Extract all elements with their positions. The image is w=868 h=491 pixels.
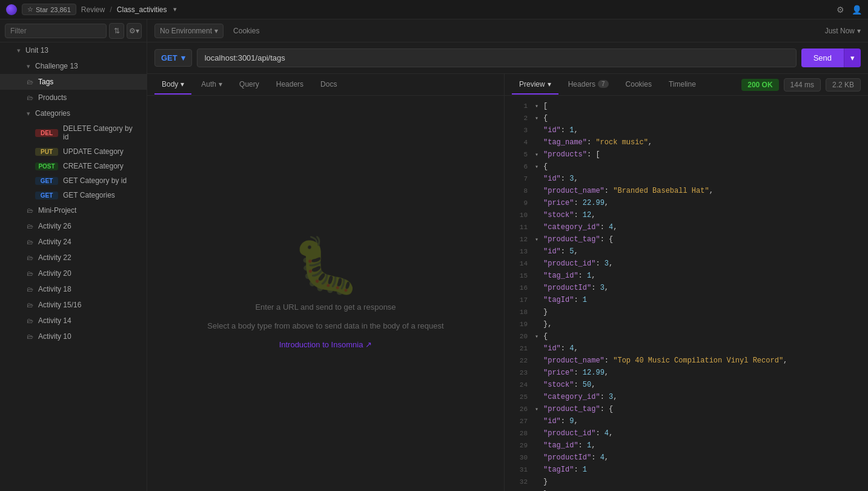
fold-arrow[interactable]: ▾ bbox=[535, 114, 542, 124]
sidebar-item-activity24[interactable]: 🗁 Activity 24 bbox=[0, 234, 147, 250]
cookies-button[interactable]: Cookies bbox=[228, 24, 264, 38]
method-selector[interactable]: GET ▾ bbox=[154, 49, 192, 67]
tab-auth[interactable]: Auth ▾ bbox=[194, 75, 230, 95]
sidebar-item-get-categories[interactable]: GET GET Categories bbox=[0, 188, 147, 202]
json-content: "id": 4, bbox=[543, 343, 578, 355]
json-content: "product_tag": { bbox=[543, 234, 613, 246]
line-number: 7 bbox=[509, 174, 528, 185]
send-button[interactable]: Send bbox=[801, 48, 844, 67]
activity22-label: Activity 22 bbox=[38, 253, 71, 262]
line-number: 17 bbox=[509, 295, 528, 306]
line-number: 28 bbox=[509, 429, 528, 439]
fold-arrow[interactable]: ▾ bbox=[535, 332, 542, 342]
url-input[interactable] bbox=[197, 48, 797, 67]
sidebar-item-unit13[interactable]: ▾ Unit 13 bbox=[0, 42, 147, 58]
json-line: 7 "id": 3, bbox=[505, 173, 868, 185]
json-line: 4 "tag_name": "rock music", bbox=[505, 137, 868, 149]
sidebar-item-activity22[interactable]: 🗁 Activity 22 bbox=[0, 250, 147, 266]
create-category-label: CREATE Category bbox=[63, 162, 124, 170]
fold-arrow bbox=[535, 223, 542, 233]
line-number: 11 bbox=[509, 222, 528, 233]
env-label: No Environment bbox=[160, 27, 212, 35]
line-number: 25 bbox=[509, 392, 528, 403]
sidebar-item-activity18[interactable]: 🗁 Activity 18 bbox=[0, 281, 147, 297]
tab-body-arrow: ▾ bbox=[181, 80, 184, 89]
activity20-label: Activity 20 bbox=[38, 269, 71, 278]
sidebar-item-activity10[interactable]: 🗁 Activity 10 bbox=[0, 329, 147, 344]
fold-arrow[interactable]: ▾ bbox=[535, 150, 542, 160]
json-line: 23 "price": 12.99, bbox=[505, 367, 868, 379]
put-badge: PUT bbox=[35, 148, 58, 156]
send-dropdown-button[interactable]: ▾ bbox=[844, 48, 861, 67]
breadcrumb-sep: / bbox=[110, 5, 112, 14]
json-content: "product_id": 3, bbox=[543, 258, 613, 270]
sidebar-item-categories[interactable]: ▾ Categories bbox=[0, 105, 147, 121]
filter-input[interactable] bbox=[5, 24, 107, 38]
tab-headers[interactable]: Headers bbox=[269, 75, 311, 95]
fold-arrow bbox=[535, 417, 542, 427]
json-content: } bbox=[543, 489, 548, 491]
fold-arrow[interactable]: ▾ bbox=[535, 235, 542, 245]
json-line: 8 "product_name": "Branded Baseball Hat"… bbox=[505, 185, 868, 198]
json-line: 20▾ { bbox=[505, 331, 868, 343]
fold-arrow[interactable]: ▾ bbox=[535, 102, 542, 112]
intro-link[interactable]: Introduction to Insomnia ↗ bbox=[279, 340, 373, 349]
json-line: 25 "category_id": 3, bbox=[505, 392, 868, 404]
json-line: 9 "price": 22.99, bbox=[505, 198, 868, 210]
settings-icon[interactable]: ⚙ bbox=[837, 5, 844, 15]
json-content: "product_name": "Branded Baseball Hat", bbox=[543, 185, 714, 197]
line-number: 3 bbox=[509, 125, 528, 136]
sidebar-item-tags[interactable]: 🗁 Tags bbox=[0, 74, 147, 90]
line-number: 8 bbox=[509, 186, 528, 197]
tab-docs-label: Docs bbox=[320, 80, 337, 89]
sidebar-item-mini-project[interactable]: 🗁 Mini-Project bbox=[0, 202, 147, 218]
tab-preview[interactable]: Preview ▾ bbox=[512, 75, 558, 95]
fold-arrow[interactable]: ▾ bbox=[535, 405, 542, 415]
fold-arrow bbox=[535, 308, 542, 318]
status-badge: 200 OK bbox=[741, 79, 778, 91]
post-badge: POST bbox=[35, 162, 58, 170]
sidebar-item-activity14[interactable]: 🗁 Activity 14 bbox=[0, 313, 147, 329]
user-icon[interactable]: 👤 bbox=[852, 5, 862, 15]
env-selector[interactable]: No Environment ▾ bbox=[154, 24, 224, 38]
line-number: 10 bbox=[509, 210, 528, 221]
json-content: "productId": 3, bbox=[543, 282, 609, 294]
json-line: 29 "tag_id": 1, bbox=[505, 440, 868, 452]
project-arrow[interactable]: ▾ bbox=[173, 5, 177, 13]
sidebar-item-delete-category[interactable]: DEL DELETE Category by id bbox=[0, 121, 147, 144]
fold-arrow[interactable]: ▾ bbox=[535, 162, 542, 172]
folder-icon: 🗁 bbox=[27, 254, 33, 261]
sidebar-item-update-category[interactable]: PUT UPDATE Category bbox=[0, 144, 147, 159]
tab-response-cookies[interactable]: Cookies bbox=[618, 75, 659, 95]
line-number: 5 bbox=[509, 150, 528, 161]
sidebar-item-get-category-by-id[interactable]: GET GET Category by id bbox=[0, 173, 147, 188]
add-menu-button[interactable]: ⚙▾ bbox=[127, 23, 142, 39]
json-line: 16 "productId": 3, bbox=[505, 282, 868, 295]
sidebar-item-activity1516[interactable]: 🗁 Activity 15/16 bbox=[0, 297, 147, 313]
tab-timeline[interactable]: Timeline bbox=[661, 75, 703, 95]
sidebar-item-create-category[interactable]: POST CREATE Category bbox=[0, 159, 147, 173]
tab-docs[interactable]: Docs bbox=[313, 75, 344, 95]
json-line: 11 "category_id": 4, bbox=[505, 222, 868, 234]
sort-button[interactable]: ⇅ bbox=[109, 23, 124, 39]
star-button[interactable]: ☆ Star 23,861 bbox=[22, 4, 76, 15]
json-viewer[interactable]: 1▾[2▾ {3 "id": 1,4 "tag_name": "rock mus… bbox=[505, 96, 868, 491]
challenge13-label: Challenge 13 bbox=[35, 62, 78, 70]
tab-body[interactable]: Body ▾ bbox=[154, 75, 191, 95]
line-number: 4 bbox=[509, 138, 528, 149]
sidebar-item-activity26[interactable]: 🗁 Activity 26 bbox=[0, 218, 147, 234]
fold-arrow bbox=[535, 393, 542, 402]
line-number: 32 bbox=[509, 477, 528, 488]
json-content: }, bbox=[543, 319, 552, 330]
star-icon: ☆ bbox=[27, 5, 33, 13]
sidebar-item-products[interactable]: 🗁 Products bbox=[0, 90, 147, 105]
tab-response-headers[interactable]: Headers 7 bbox=[561, 75, 616, 95]
tab-query[interactable]: Query bbox=[232, 75, 267, 95]
sidebar-item-activity20[interactable]: 🗁 Activity 20 bbox=[0, 266, 147, 281]
json-line: 28 "product_id": 4, bbox=[505, 428, 868, 440]
json-line: 26▾ "product_tag": { bbox=[505, 404, 868, 416]
folder-icon: ▾ bbox=[27, 110, 30, 118]
json-line: 13 "id": 5, bbox=[505, 246, 868, 258]
sidebar-item-challenge13[interactable]: ▾ Challenge 13 bbox=[0, 58, 147, 74]
get-category-by-id-label: GET Category by id bbox=[63, 176, 127, 185]
